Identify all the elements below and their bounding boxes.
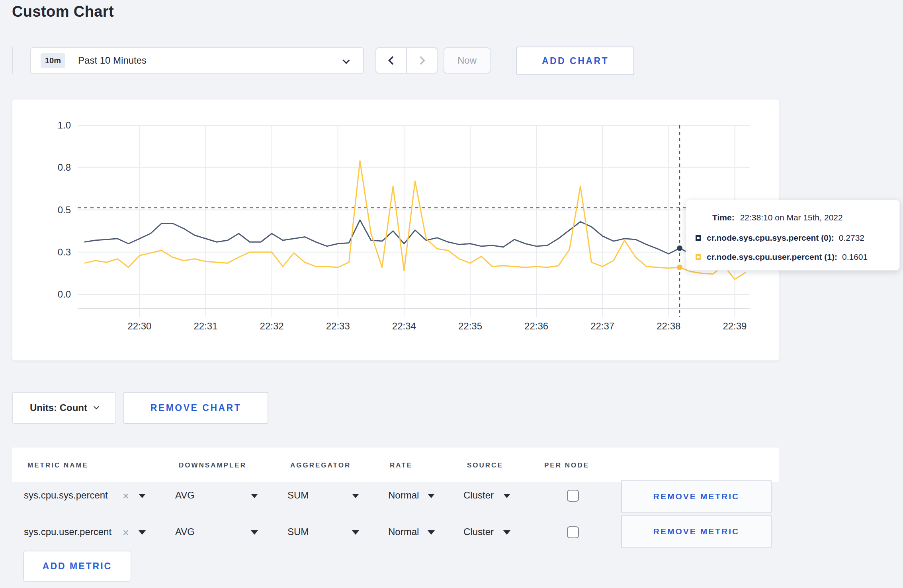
chevron-down-icon	[342, 56, 350, 64]
chevron-down-icon[interactable]	[139, 494, 146, 498]
tooltip-time-label: Time:	[712, 213, 735, 222]
metrics-table-header: METRIC NAME DOWNSAMPLER AGGREGATOR RATE …	[12, 448, 779, 482]
aggregator-select[interactable]: SUM	[287, 526, 309, 537]
col-header-aggregator: AGGREGATOR	[290, 461, 351, 469]
units-label: Units: Count	[30, 402, 87, 413]
remove-metric-button[interactable]: REMOVE METRIC	[621, 515, 772, 548]
col-header-metric-name: METRIC NAME	[27, 461, 88, 469]
now-button[interactable]: Now	[444, 47, 491, 74]
series-swatch-icon	[696, 254, 701, 260]
add-chart-button[interactable]: ADD CHART	[516, 47, 634, 75]
time-window-badge: 10m	[41, 53, 65, 68]
rate-select[interactable]: Normal	[388, 526, 419, 537]
chevron-left-icon	[388, 56, 397, 65]
remove-chart-button[interactable]: REMOVE CHART	[123, 392, 268, 424]
downsampler-select[interactable]: AVG	[175, 490, 195, 501]
add-metric-button[interactable]: ADD METRIC	[23, 551, 131, 582]
tooltip-time-value: 22:38:10 on Mar 15th, 2022	[740, 213, 843, 222]
col-header-source: SOURCE	[467, 461, 503, 469]
col-header-rate: RATE	[390, 461, 412, 469]
chevron-down-icon[interactable]	[139, 530, 146, 535]
chevron-down-icon[interactable]	[503, 494, 510, 498]
toolbar-divider	[12, 47, 13, 74]
chevron-down-icon[interactable]	[251, 530, 258, 535]
per-node-checkbox[interactable]	[567, 526, 579, 538]
chevron-down-icon[interactable]	[352, 494, 359, 498]
chevron-down-icon[interactable]	[352, 530, 359, 535]
chevron-down-icon[interactable]	[503, 530, 510, 535]
metric-name-select[interactable]: sys.cpu.user.percent	[24, 526, 111, 537]
chevron-down-icon	[94, 404, 99, 409]
prev-time-button[interactable]	[376, 48, 407, 73]
next-time-button[interactable]	[407, 48, 437, 73]
chevron-down-icon[interactable]	[428, 494, 435, 498]
time-nav-group	[375, 47, 438, 74]
tooltip-time: Time:22:38:10 on Mar 15th, 2022	[712, 213, 843, 222]
source-select[interactable]: Cluster	[463, 526, 494, 537]
col-header-downsampler: DOWNSAMPLER	[179, 461, 246, 469]
series-swatch-icon	[696, 235, 701, 241]
page-title: Custom Chart	[12, 3, 114, 20]
clear-metric-icon[interactable]: ×	[123, 491, 129, 502]
rate-select[interactable]: Normal	[388, 490, 419, 501]
time-window-label: Past 10 Minutes	[78, 55, 147, 66]
tooltip-series-name: cr.node.sys.cpu.sys.percent (0):	[707, 233, 834, 243]
tooltip-series-row: cr.node.sys.cpu.user.percent (1): 0.1601	[696, 252, 868, 262]
chevron-down-icon[interactable]	[251, 494, 258, 498]
aggregator-select[interactable]: SUM	[287, 490, 309, 501]
downsampler-select[interactable]: AVG	[175, 526, 195, 537]
custom-chart-page: Custom Chart 10m Past 10 Minutes Now ADD…	[0, 0, 903, 588]
chevron-down-icon[interactable]	[428, 530, 435, 535]
col-header-per-node: PER NODE	[544, 461, 589, 469]
per-node-checkbox[interactable]	[567, 490, 579, 502]
remove-metric-button[interactable]: REMOVE METRIC	[621, 480, 772, 513]
clear-metric-icon[interactable]: ×	[123, 528, 129, 538]
tooltip-series-name: cr.node.sys.cpu.user.percent (1):	[707, 252, 837, 262]
tooltip-series-row: cr.node.sys.cpu.sys.percent (0): 0.2732	[696, 233, 864, 243]
source-select[interactable]: Cluster	[463, 490, 494, 501]
tooltip-series-value: 0.2732	[839, 233, 864, 243]
chart-tooltip: Time:22:38:10 on Mar 15th, 2022 cr.node.…	[686, 200, 900, 271]
units-select[interactable]: Units: Count	[12, 392, 116, 424]
metric-name-select[interactable]: sys.cpu.sys.percent	[24, 490, 108, 501]
time-window-select[interactable]: 10m Past 10 Minutes	[30, 47, 364, 74]
chart-card[interactable]	[12, 99, 779, 361]
chevron-right-icon	[416, 56, 425, 65]
tooltip-series-value: 0.1601	[842, 252, 868, 262]
